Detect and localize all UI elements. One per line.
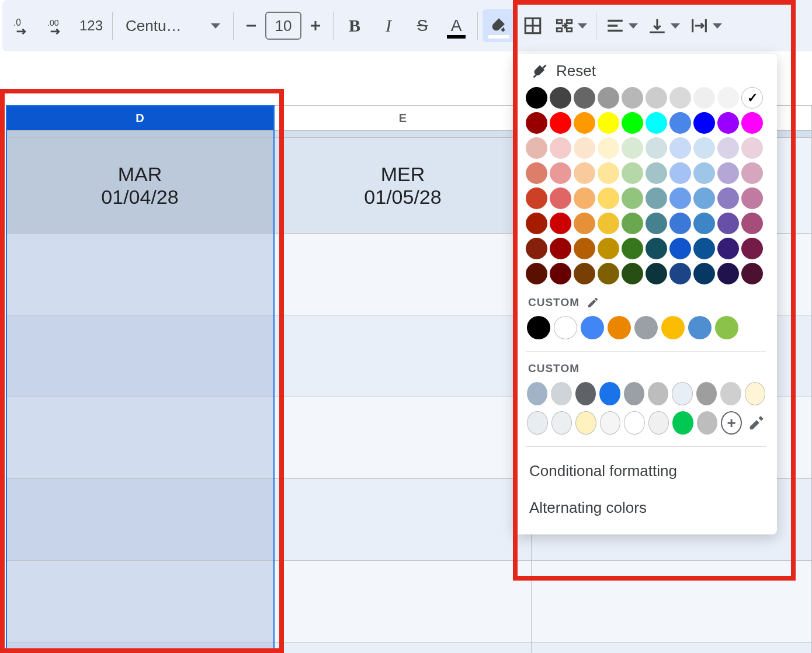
swatch-b7b7b7[interactable] [622, 87, 643, 109]
custom-swatch-f0f0f0[interactable] [648, 411, 669, 435]
cell-D5[interactable] [6, 479, 275, 561]
swatch-efefef[interactable] [693, 87, 715, 109]
merge-cells-button[interactable] [550, 9, 591, 42]
swatch-45818e[interactable] [646, 213, 667, 234]
font-size-input[interactable]: 10 [265, 12, 301, 40]
custom-swatch-9aa0a6[interactable] [634, 316, 658, 339]
custom-swatch-fbbc04[interactable] [661, 316, 685, 339]
custom-swatch-8bc34a[interactable] [715, 316, 738, 339]
swatch-00ffff[interactable] [646, 112, 667, 134]
swatch-e6b8af[interactable] [526, 137, 547, 159]
custom-swatch-1a73e8[interactable] [599, 382, 620, 405]
conditional-formatting-link[interactable]: Conditional formatting [515, 453, 777, 489]
swatch-a2c4c9[interactable] [646, 162, 667, 184]
custom-swatch-9e9e9e[interactable] [696, 382, 717, 405]
swatch-d9ead3[interactable] [622, 137, 643, 159]
swatch-783f04[interactable] [574, 263, 595, 284]
swatch-0b5394[interactable] [693, 238, 715, 259]
swatch-fff2cc[interactable] [598, 137, 619, 159]
swatch-d0e0e3[interactable] [646, 137, 667, 159]
custom-swatch-e8eef5[interactable] [672, 382, 692, 405]
cell-D1[interactable]: MAR 01/04/28 [6, 138, 275, 234]
swatch-6aa84f[interactable] [622, 213, 643, 234]
swatch-b45f06[interactable] [574, 238, 595, 259]
swatch-999999[interactable] [598, 87, 619, 109]
swatch-ea9999[interactable] [550, 162, 571, 184]
custom-swatch-ffffff[interactable] [624, 411, 645, 435]
custom-swatch-4f8ed0[interactable] [688, 316, 712, 339]
custom-swatch-cfd4d9[interactable] [551, 382, 571, 405]
swatch-cc4125[interactable] [526, 187, 547, 209]
swatch-fce5cd[interactable] [574, 137, 595, 159]
cell-E4[interactable] [275, 397, 532, 479]
cell-D4[interactable] [6, 397, 275, 479]
custom-swatch-fff5d6[interactable] [745, 382, 765, 405]
custom-swatch-f5f5f5[interactable] [600, 411, 621, 435]
swatch-660000[interactable] [550, 263, 571, 284]
swatch-f3f3f3[interactable] [717, 87, 739, 109]
swatch-ead1dc[interactable] [741, 137, 763, 159]
custom-swatch-eceff1[interactable] [551, 411, 572, 435]
swatch-7f6000[interactable] [598, 263, 619, 284]
swatch-000000[interactable] [526, 87, 547, 109]
cell-E1[interactable]: MER 01/05/28 [275, 138, 532, 234]
swatch-ffffff[interactable] [741, 87, 763, 109]
swatch-1155cc[interactable] [669, 238, 691, 259]
bold-button[interactable]: B [338, 9, 371, 42]
swatch-85200c[interactable] [526, 238, 547, 259]
swatch-f6b26b[interactable] [574, 187, 595, 209]
swatch-0000ff[interactable] [693, 112, 715, 134]
cell-D2[interactable] [6, 234, 275, 315]
custom-swatch-4285f4[interactable] [581, 316, 604, 339]
swatch-351c75[interactable] [717, 238, 739, 259]
swatch-93c47d[interactable] [622, 187, 643, 209]
swatch-9fc5e8[interactable] [693, 162, 715, 184]
swatch-38761d[interactable] [622, 238, 643, 259]
swatch-ff00ff[interactable] [741, 112, 763, 134]
custom-swatch-bdbdbd[interactable] [648, 382, 668, 405]
custom-swatch-ea8600[interactable] [608, 316, 631, 339]
vertical-align-button[interactable] [643, 9, 684, 42]
swatch-00ff00[interactable] [622, 112, 643, 134]
decrease-font-size-button[interactable] [238, 9, 264, 42]
swatch-ffe599[interactable] [598, 162, 619, 184]
swatch-ffd966[interactable] [598, 187, 619, 209]
swatch-e69138[interactable] [574, 213, 595, 234]
swatch-f1c232[interactable] [598, 213, 619, 234]
swatch-dd7e6b[interactable] [526, 162, 547, 184]
swatch-b6d7a8[interactable] [622, 162, 643, 184]
cell-D3[interactable] [6, 315, 275, 397]
add-custom-color-button[interactable]: + [721, 411, 742, 435]
custom-swatch-ffffff[interactable] [554, 316, 577, 339]
swatch-e06666[interactable] [550, 187, 571, 209]
swatch-c27ba0[interactable] [741, 187, 763, 209]
cell-E3[interactable] [275, 315, 532, 397]
cell-D7[interactable] [6, 642, 275, 653]
text-wrapping-button[interactable] [685, 9, 726, 42]
cell-E6[interactable] [275, 561, 532, 642]
decrease-decimal-button[interactable]: .0 [7, 9, 40, 42]
swatch-c9daf8[interactable] [669, 137, 691, 159]
swatch-d9d9d9[interactable] [669, 87, 691, 109]
cell-E5[interactable] [275, 479, 532, 561]
swatch-cfe2f3[interactable] [693, 137, 715, 159]
swatch-4c1130[interactable] [741, 263, 763, 284]
swatch-980000[interactable] [526, 112, 547, 134]
custom-swatch-a0b3c7[interactable] [527, 382, 547, 405]
swatch-cc0000[interactable] [550, 213, 571, 234]
horizontal-align-button[interactable] [601, 9, 642, 42]
swatch-8e7cc3[interactable] [717, 187, 739, 209]
fill-color-button[interactable] [483, 9, 515, 42]
font-family-dropdown[interactable]: Centu… [117, 9, 228, 42]
swatch-ff9900[interactable] [574, 112, 595, 134]
custom-swatch-000000[interactable] [527, 316, 550, 339]
custom-swatch-00c853[interactable] [672, 411, 693, 435]
swatch-990000[interactable] [550, 238, 571, 259]
cell-D6[interactable] [6, 561, 275, 642]
swatch-76a5af[interactable] [646, 187, 667, 209]
swatch-6d9eeb[interactable] [669, 187, 691, 209]
swatch-5b0f00[interactable] [526, 263, 547, 284]
swatch-ff0000[interactable] [550, 112, 571, 134]
swatch-f4cccc[interactable] [550, 137, 571, 159]
edit-icon[interactable] [587, 296, 599, 309]
